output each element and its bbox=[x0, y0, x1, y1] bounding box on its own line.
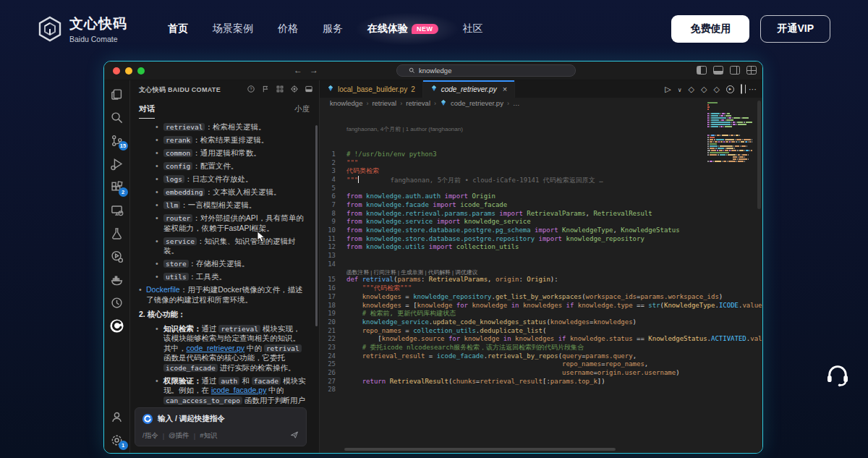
history-forward-icon[interactable]: → bbox=[310, 65, 326, 75]
file-link[interactable]: Dockerfile bbox=[146, 285, 180, 294]
text-span: service bbox=[163, 237, 197, 245]
run-icon[interactable]: ▷ bbox=[665, 85, 671, 94]
editor-horizontal-scrollbar[interactable] bbox=[344, 448, 616, 451]
minimap[interactable] bbox=[707, 102, 752, 165]
text-span: retrival bbox=[264, 344, 302, 352]
line-number: 5 bbox=[320, 185, 336, 193]
layout-panel-icon[interactable] bbox=[305, 83, 313, 96]
target-icon[interactable] bbox=[290, 83, 299, 96]
nav-item-online-experience[interactable]: 在线体验NEW bbox=[367, 22, 438, 35]
settings-icon[interactable]: 1 bbox=[109, 431, 126, 449]
code-line: 5 bbox=[320, 185, 762, 193]
search-value: knowledge bbox=[419, 67, 451, 75]
next-change-icon[interactable]: ◇ bbox=[714, 85, 720, 94]
sidebar-scrollbar[interactable] bbox=[315, 125, 318, 326]
close-window-button[interactable] bbox=[113, 67, 120, 75]
resource-icon[interactable] bbox=[109, 294, 126, 311]
codelens-actions[interactable]: 函数注释 | 行间注释 | 生成单测 | 代码解释 | 调优建议 bbox=[346, 268, 762, 276]
quick-hint-1[interactable]: @插件 bbox=[169, 431, 190, 441]
panel-tab-chat[interactable]: 对话 bbox=[139, 99, 155, 119]
activity-bar: 1521 bbox=[104, 80, 130, 453]
vip-button[interactable]: 开通VIP bbox=[760, 15, 830, 43]
line-number: 14 bbox=[320, 260, 336, 269]
code-line: 14 bbox=[320, 260, 762, 269]
remote-icon[interactable] bbox=[109, 201, 126, 219]
breadcrumb-file[interactable]: code_retriever.py bbox=[451, 99, 503, 107]
text-span: embedding bbox=[163, 188, 205, 196]
layout-customize-icon[interactable] bbox=[746, 66, 757, 75]
editor-tab-code_retriever-py[interactable]: code_retriever.py× bbox=[423, 80, 515, 98]
list-item: •retrieval：检索相关逻辑。 bbox=[137, 122, 307, 132]
run-circle-icon[interactable]: ▸ bbox=[726, 85, 734, 93]
nav-item-home[interactable]: 首页 bbox=[168, 22, 188, 35]
line-number: 3 bbox=[320, 167, 336, 176]
bullet-icon: • bbox=[139, 285, 142, 295]
layout-panel-bottom-icon[interactable] bbox=[713, 66, 723, 75]
file-link[interactable]: icode_facade.py bbox=[211, 386, 266, 394]
run-debug-icon[interactable] bbox=[109, 155, 126, 172]
quick-hint-0[interactable]: /指令 bbox=[142, 431, 158, 441]
nav-item-pricing[interactable]: 价格 bbox=[278, 22, 298, 35]
breadcrumb-item[interactable]: retrieval bbox=[406, 99, 430, 107]
maximize-window-button[interactable] bbox=[137, 67, 145, 75]
list-item: •权限验证：通过 auth 和 facade 模块实现。例如，在 icode_f… bbox=[137, 376, 307, 406]
breadcrumb-separator: › bbox=[434, 100, 436, 107]
extensions-icon[interactable]: 2 bbox=[109, 178, 126, 195]
apps-icon[interactable] bbox=[276, 83, 284, 96]
line-number: 9 bbox=[320, 218, 336, 226]
comate-sidebar: 文心快码 BAIDU COMATE ? 对话小度 •retrieval：检索相关… bbox=[130, 80, 320, 453]
site-header: 文心快码 Baidu Comate 首页场景案例价格服务在线体验NEW社区 免费… bbox=[0, 0, 868, 58]
breadcrumb-item[interactable]: retrieval bbox=[372, 99, 396, 107]
account-icon[interactable] bbox=[109, 408, 126, 425]
logo-subtitle: Baidu Comate bbox=[69, 35, 127, 43]
layout-sidebar-right-icon[interactable] bbox=[730, 66, 740, 75]
nav-item-label: 社区 bbox=[463, 22, 483, 35]
bullet-icon: • bbox=[156, 272, 158, 282]
history-back-icon[interactable]: ← bbox=[294, 65, 310, 75]
search-icon[interactable] bbox=[109, 109, 126, 126]
testing-icon[interactable] bbox=[109, 224, 126, 242]
comate-icon[interactable] bbox=[109, 317, 126, 334]
breadcrumb-tail[interactable]: … bbox=[513, 99, 520, 107]
feedback-icon[interactable] bbox=[261, 83, 270, 96]
editor-vertical-scrollbar[interactable] bbox=[757, 101, 761, 209]
breadcrumb[interactable]: knowledge›retrieval›retrieval›code_retri… bbox=[320, 98, 762, 109]
logo[interactable]: 文心快码 Baidu Comate bbox=[38, 14, 127, 43]
docker-icon[interactable] bbox=[109, 271, 126, 288]
minimize-window-button[interactable] bbox=[125, 67, 132, 75]
question-icon[interactable]: ? bbox=[247, 83, 255, 96]
nav-item-cases[interactable]: 场景案例 bbox=[213, 22, 253, 35]
bullet-icon: • bbox=[156, 237, 158, 247]
source-control-icon[interactable]: 15 bbox=[109, 132, 126, 149]
support-headset-icon[interactable] bbox=[823, 360, 852, 389]
chevron-down-icon[interactable]: ∨ bbox=[678, 85, 682, 93]
line-number: 17 bbox=[320, 293, 336, 302]
breadcrumb-item[interactable]: knowledge bbox=[330, 99, 362, 107]
file-link[interactable]: code_retriever.py bbox=[187, 344, 245, 352]
split-editor-icon[interactable] bbox=[741, 85, 742, 93]
layout-sidebar-left-icon[interactable] bbox=[697, 66, 707, 75]
nav-item-services[interactable]: 服务 bbox=[323, 22, 343, 35]
text-span: 中的 bbox=[266, 386, 284, 394]
panel-tab-xiaodu[interactable]: 小度 bbox=[294, 99, 310, 119]
text-span: ：通用逻辑和常数。 bbox=[192, 148, 261, 157]
text-span: 通过 bbox=[202, 324, 219, 333]
free-use-button[interactable]: 免费使用 bbox=[671, 15, 749, 43]
editor-tab-local_base_builder-py[interactable]: local_base_builder.py2 bbox=[320, 80, 423, 98]
quick-hint-2[interactable]: #知识 bbox=[200, 431, 217, 441]
command-center-search[interactable]: knowledge bbox=[396, 64, 576, 77]
code-line: 19 # 检索前, 更新代码库构建状态 bbox=[320, 310, 762, 318]
list-item: •common：通用逻辑和常数。 bbox=[137, 148, 307, 158]
close-tab-icon[interactable]: × bbox=[503, 85, 507, 93]
more-icon[interactable]: ⋯ bbox=[749, 85, 757, 94]
code-line: 23 # 委托icode nlcodesearch服务检索，该方法返回检索到的代… bbox=[320, 344, 762, 352]
nav-item-community[interactable]: 社区 bbox=[463, 22, 483, 35]
prev-change-icon[interactable]: ◇ bbox=[689, 85, 694, 94]
change-icon[interactable]: ◇ bbox=[701, 85, 707, 94]
code-editor[interactable]: fanghaonan, 4个月前 | 1 author (fanghaonan)… bbox=[320, 109, 762, 453]
chat-input-box[interactable]: 输入 / 调起快捷指令 /指令|@插件|#知识 bbox=[135, 407, 307, 446]
send-icon[interactable] bbox=[290, 431, 299, 441]
explorer-icon[interactable] bbox=[109, 85, 126, 103]
code-line: 15def retrival(params: RetrievalParams, … bbox=[320, 276, 762, 284]
run-profile-icon[interactable] bbox=[109, 247, 126, 265]
